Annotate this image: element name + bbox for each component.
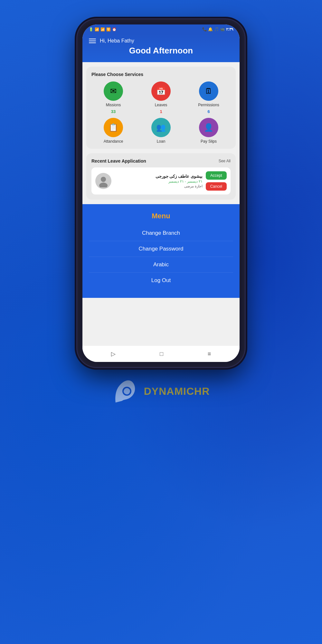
greeting-text: Hi, Heba Fathy: [100, 38, 134, 44]
see-all-link[interactable]: See All: [219, 159, 231, 163]
logo-icon: [112, 377, 138, 406]
leave-avatar: [95, 173, 111, 189]
leaves-icon: 📅: [151, 81, 171, 101]
accept-button[interactable]: Accept: [206, 171, 227, 180]
cancel-button[interactable]: Cancel: [206, 182, 227, 191]
menu-items: Change Branch Change Password Arabic Log…: [89, 225, 233, 288]
menu-item-arabic[interactable]: Arabic: [89, 257, 233, 273]
recent-leave-section: Recent Leave Application See All بيشوى ع…: [86, 153, 236, 200]
status-bar: 🔋 📶 📶 🛜 ⏰ 📞 🔔 🎵 📹 ٢:٣٩: [82, 24, 240, 34]
status-right: 📞 🔔 🎵 📹 ٢:٣٩: [202, 27, 233, 32]
missions-count: 33: [111, 109, 116, 114]
missions-icon: ✉: [104, 81, 123, 101]
logo-text: DYNAMICHR: [144, 385, 210, 397]
phone-device: 🔋 📶 📶 🛜 ⏰ 📞 🔔 🎵 📹 ٢:٣٩ Hi, Heba Fathy Go…: [77, 19, 245, 367]
attendance-icon: 📋: [104, 118, 123, 137]
status-left: 🔋 📶 📶 🛜 ⏰: [89, 27, 117, 32]
permissions-count: 6: [207, 109, 210, 114]
battery-icon: 🔋: [89, 27, 93, 32]
services-grid: ✉ Missions 33 📅 Leaves 1 🗓 Permissions 6: [91, 81, 231, 144]
leave-date: ٢١ ديسمبر - ٢١ ديسمبر: [115, 179, 203, 184]
bottom-nav: ▷ □ ≡: [82, 346, 240, 362]
time-display: ٢:٣٩: [226, 27, 233, 32]
services-card: Please Choose Services ✉ Missions 33 📅 L…: [86, 67, 236, 149]
hamburger-menu[interactable]: [89, 39, 96, 43]
menu-item-logout[interactable]: Log Out: [89, 273, 233, 288]
alarm-icon: ⏰: [112, 27, 117, 32]
menu-item-change-branch[interactable]: Change Branch: [89, 225, 233, 241]
payslips-label: Pay Slips: [201, 139, 217, 144]
service-payslips[interactable]: 👤 Pay Slips: [187, 118, 231, 144]
loan-label: Loan: [157, 139, 166, 144]
attendance-label: Attandance: [104, 139, 123, 144]
app-icons: 📞 🔔 🎵 📹: [202, 27, 225, 32]
screen-content: Please Choose Services ✉ Missions 33 📅 L…: [82, 62, 240, 346]
permissions-icon: 🗓: [199, 81, 218, 101]
service-loan[interactable]: 👥 Loan: [139, 118, 183, 144]
nav-menu-icon[interactable]: ≡: [208, 351, 211, 357]
leave-name: بيشوى عاطف زكى جورجى: [115, 174, 203, 179]
phone-screen: 🔋 📶 📶 🛜 ⏰ 📞 🔔 🎵 📹 ٢:٣٩ Hi, Heba Fathy Go…: [82, 24, 240, 362]
header-subtitle: Good Afternoon: [89, 46, 233, 56]
payslips-icon: 👤: [199, 118, 218, 137]
leave-type: اجازة مرضى: [115, 184, 203, 188]
loan-icon: 👥: [151, 118, 171, 137]
missions-label: Missions: [106, 103, 121, 107]
menu-title: Menu: [89, 212, 233, 220]
logo-dynamic: DYNAMIC: [144, 385, 194, 397]
leave-info: بيشوى عاطف زكى جورجى ٢١ ديسمبر - ٢١ ديسم…: [115, 174, 203, 188]
service-missions[interactable]: ✉ Missions 33: [91, 81, 135, 114]
menu-item-change-password[interactable]: Change Password: [89, 241, 233, 257]
header-top: Hi, Heba Fathy: [89, 38, 233, 44]
leave-actions: Accept Cancel: [206, 171, 227, 191]
svg-point-1: [99, 183, 108, 187]
logo-section: DYNAMICHR: [112, 377, 210, 406]
svg-point-0: [101, 177, 106, 182]
signal-icon-1: 📶: [95, 27, 99, 32]
wifi-icon: 🛜: [106, 27, 111, 32]
app-header: Hi, Heba Fathy Good Afternoon: [82, 34, 240, 62]
menu-overlay: Menu Change Branch Change Password Arabi…: [82, 204, 240, 298]
leave-item: بيشوى عاطف زكى جورجى ٢١ ديسمبر - ٢١ ديسم…: [91, 167, 231, 194]
leaves-label: Leaves: [155, 103, 167, 107]
recent-title: Recent Leave Application: [91, 158, 146, 164]
services-title: Please Choose Services: [91, 72, 231, 77]
recent-header: Recent Leave Application See All: [91, 158, 231, 164]
nav-back-icon[interactable]: ▷: [111, 350, 116, 357]
service-permissions[interactable]: 🗓 Permissions 6: [187, 81, 231, 114]
nav-home-icon[interactable]: □: [160, 351, 163, 357]
service-leaves[interactable]: 📅 Leaves 1: [139, 81, 183, 114]
service-attendance[interactable]: 📋 Attandance: [91, 118, 135, 144]
permissions-label: Permissions: [198, 103, 219, 107]
logo-hr: HR: [194, 385, 210, 397]
leaves-count: 1: [160, 109, 162, 114]
signal-icon-2: 📶: [100, 27, 105, 32]
